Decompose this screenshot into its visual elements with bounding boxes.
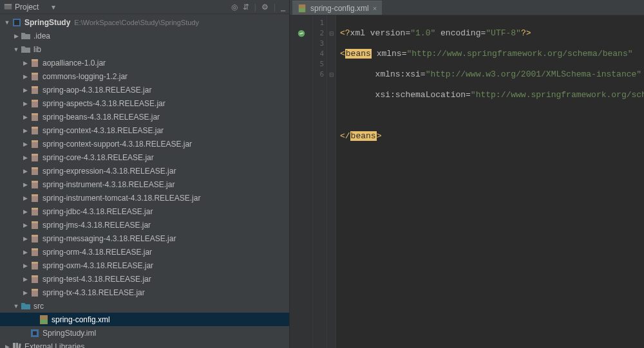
fold-gutter[interactable]: ⊟ ⊟ bbox=[327, 15, 336, 348]
lib-item-row[interactable]: spring-instrument-tomcat-4.3.18.RELEASE.… bbox=[0, 191, 289, 205]
line-number-gutter[interactable]: 123456 bbox=[313, 15, 327, 348]
iml-file-label: SpringStudy.iml bbox=[43, 329, 96, 338]
spring-bean-gutter-icon[interactable] bbox=[290, 28, 312, 39]
expand-icon[interactable] bbox=[21, 195, 30, 201]
expand-icon[interactable] bbox=[21, 276, 30, 282]
editor-tab-spring-config[interactable]: spring-config.xml × bbox=[292, 1, 382, 15]
source-folder-icon bbox=[21, 301, 31, 311]
folder-icon bbox=[21, 31, 31, 41]
expand-icon[interactable] bbox=[21, 289, 30, 296]
code-line-6[interactable]: </beans> bbox=[340, 131, 644, 142]
project-panel-title[interactable]: Project bbox=[4, 3, 39, 12]
expand-icon[interactable] bbox=[21, 168, 30, 174]
project-root-path: E:\WorkSpace\Code\Study\SpringStudy bbox=[74, 19, 199, 26]
lib-item-row[interactable]: spring-context-4.3.18.RELEASE.jar bbox=[0, 124, 289, 137]
external-libraries-row[interactable]: External Libraries bbox=[0, 340, 289, 348]
fold-open-icon[interactable]: ⊟ bbox=[327, 28, 336, 39]
line-number[interactable]: 5 bbox=[313, 59, 327, 69]
lib-item-row[interactable]: spring-instrument-4.3.18.RELEASE.jar bbox=[0, 178, 289, 191]
lib-item-row[interactable]: spring-oxm-4.3.18.RELEASE.jar bbox=[0, 259, 289, 272]
lib-item-row[interactable]: spring-aspects-4.3.18.RELEASE.jar bbox=[0, 96, 289, 110]
jar-file-icon bbox=[30, 220, 40, 230]
src-folder-row[interactable]: src bbox=[0, 299, 289, 313]
expand-icon[interactable] bbox=[12, 303, 21, 309]
project-tree[interactable]: SpringStudy E:\WorkSpace\Code\Study\Spri… bbox=[0, 14, 289, 348]
lib-item-row[interactable]: spring-jms-4.3.18.RELEASE.jar bbox=[0, 218, 289, 232]
lib-item-row[interactable]: spring-context-support-4.3.18.RELEASE.ja… bbox=[0, 137, 289, 151]
code-line-2[interactable]: <beans xmlns="http://www.springframework… bbox=[340, 49, 644, 59]
collapse-all-icon[interactable]: ⇵ bbox=[243, 3, 249, 12]
code-area[interactable]: <?xml version="1.0" encoding="UTF-8"?> <… bbox=[336, 15, 644, 348]
lib-item-row[interactable]: spring-aop-4.3.18.RELEASE.jar bbox=[0, 83, 289, 96]
expand-icon[interactable] bbox=[12, 46, 21, 53]
expand-icon[interactable] bbox=[3, 19, 12, 26]
fold-close-icon[interactable]: ⊟ bbox=[327, 69, 336, 80]
code-line-1[interactable]: <?xml version="1.0" encoding="UTF-8"?> bbox=[340, 28, 644, 39]
svg-rect-19 bbox=[32, 154, 38, 156]
svg-rect-46 bbox=[18, 343, 21, 348]
lib-item-label: commons-logging-1.2.jar bbox=[43, 72, 128, 81]
project-root-row[interactable]: SpringStudy E:\WorkSpace\Code\Study\Spri… bbox=[0, 15, 289, 29]
expand-icon[interactable] bbox=[3, 343, 12, 349]
lib-item-row[interactable]: aopalliance-1.0.jar bbox=[0, 56, 289, 69]
svg-rect-27 bbox=[32, 208, 38, 210]
lib-item-label: spring-jdbc-4.3.18.RELEASE.jar bbox=[43, 207, 153, 216]
expand-icon[interactable] bbox=[21, 208, 30, 215]
jar-file-icon bbox=[30, 125, 40, 136]
expand-icon[interactable] bbox=[21, 127, 30, 134]
jar-file-icon bbox=[30, 85, 40, 95]
svg-rect-23 bbox=[32, 181, 38, 183]
lib-item-row[interactable]: spring-beans-4.3.18.RELEASE.jar bbox=[0, 110, 289, 124]
spring-config-file-row[interactable]: spring-config.xml bbox=[0, 313, 289, 326]
expand-icon[interactable] bbox=[21, 222, 30, 228]
jar-file-icon bbox=[30, 206, 40, 217]
project-dropdown-icon[interactable]: ▾ bbox=[52, 3, 55, 12]
lib-item-row[interactable]: spring-expression-4.3.18.RELEASE.jar bbox=[0, 164, 289, 178]
expand-icon[interactable] bbox=[21, 87, 30, 93]
jar-file-icon bbox=[30, 288, 40, 298]
jar-file-icon bbox=[30, 58, 40, 68]
expand-icon[interactable] bbox=[12, 33, 21, 39]
editor-tab-bar: spring-config.xml × bbox=[290, 0, 644, 15]
lib-folder-row[interactable]: lib bbox=[0, 42, 289, 56]
svg-rect-33 bbox=[32, 248, 38, 250]
expand-icon[interactable] bbox=[21, 73, 30, 80]
expand-icon[interactable] bbox=[21, 181, 30, 188]
lib-item-row[interactable]: spring-tx-4.3.18.RELEASE.jar bbox=[0, 286, 289, 299]
lib-item-row[interactable]: spring-orm-4.3.18.RELEASE.jar bbox=[0, 245, 289, 259]
svg-rect-17 bbox=[32, 140, 38, 142]
close-tab-icon[interactable]: × bbox=[373, 5, 377, 12]
lib-item-row[interactable]: spring-core-4.3.18.RELEASE.jar bbox=[0, 151, 289, 164]
lib-item-row[interactable]: spring-messaging-4.3.18.RELEASE.jar bbox=[0, 232, 289, 245]
lib-item-row[interactable]: spring-jdbc-4.3.18.RELEASE.jar bbox=[0, 205, 289, 218]
expand-icon[interactable] bbox=[21, 114, 30, 120]
expand-icon[interactable] bbox=[21, 154, 30, 161]
iml-file-row[interactable]: SpringStudy.iml bbox=[0, 326, 289, 340]
line-number[interactable]: 2 bbox=[313, 28, 327, 39]
code-line-5[interactable] bbox=[340, 111, 644, 121]
editor-tab-label: spring-config.xml bbox=[310, 4, 369, 13]
expand-icon[interactable] bbox=[21, 249, 30, 255]
code-line-4[interactable]: xsi:schemaLocation="http://www.springfra… bbox=[340, 90, 644, 100]
svg-rect-39 bbox=[32, 289, 38, 291]
line-number[interactable]: 1 bbox=[313, 18, 327, 28]
line-number[interactable]: 6 bbox=[313, 69, 327, 80]
idea-folder-row[interactable]: .idea bbox=[0, 29, 289, 42]
lib-item-label: spring-expression-4.3.18.RELEASE.jar bbox=[43, 167, 176, 176]
line-number[interactable]: 3 bbox=[313, 39, 327, 49]
lib-folder-label: lib bbox=[33, 45, 41, 54]
expand-icon[interactable] bbox=[21, 60, 30, 66]
editor-left-gutter bbox=[290, 15, 313, 348]
spring-config-file-icon bbox=[298, 4, 307, 13]
code-line-3[interactable]: xmlns:xsi="http://www.w3.org/2001/XMLSch… bbox=[340, 69, 644, 80]
line-number[interactable]: 4 bbox=[313, 49, 327, 59]
lib-item-row[interactable]: spring-test-4.3.18.RELEASE.jar bbox=[0, 272, 289, 286]
settings-gear-icon[interactable]: ⚙ bbox=[261, 3, 269, 12]
hide-panel-icon[interactable]: ⎯ bbox=[281, 3, 285, 12]
expand-icon[interactable] bbox=[21, 100, 30, 107]
lib-item-row[interactable]: commons-logging-1.2.jar bbox=[0, 69, 289, 83]
expand-icon[interactable] bbox=[21, 141, 30, 147]
expand-icon[interactable] bbox=[21, 235, 30, 242]
expand-icon[interactable] bbox=[21, 262, 30, 269]
scroll-from-source-icon[interactable]: ◎ bbox=[231, 3, 238, 12]
